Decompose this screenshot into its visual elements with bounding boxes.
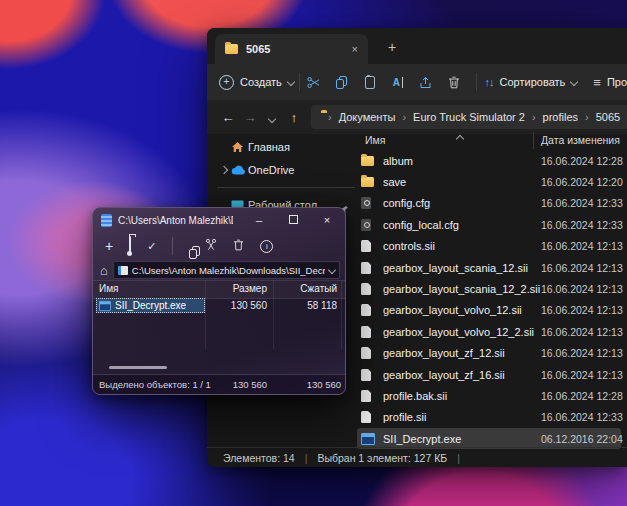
column-header-size[interactable]: Размер (233, 283, 267, 294)
file-icon (361, 411, 371, 423)
file-icon (361, 219, 371, 231)
up-button[interactable]: ↑ (283, 110, 305, 125)
file-row[interactable]: config.cfg 16.06.2024 12:33 (357, 193, 627, 214)
info-button[interactable]: i (260, 240, 273, 253)
file-date: 16.06.2024 12:13 (541, 304, 623, 316)
breadcrumb-separator-icon: › (402, 111, 406, 123)
extract-folder-icon (129, 236, 131, 255)
up-level-icon[interactable]: ⌂ (100, 264, 108, 277)
file-icon (361, 369, 371, 381)
file-name: config.cfg (383, 197, 430, 209)
file-date: 16.06.2024 12:13 (541, 326, 623, 338)
tab-close-icon[interactable]: × (352, 44, 358, 55)
breadcrumb-item[interactable]: Документы (339, 111, 396, 123)
file-icon (361, 177, 374, 187)
copy-button[interactable] (328, 69, 356, 95)
minimize-button[interactable]: – (251, 214, 267, 226)
status-item-count: Элементов: 14 (223, 452, 295, 464)
add-button[interactable]: + (105, 238, 113, 254)
sidebar-item-home[interactable]: Главная (213, 136, 361, 158)
cut-button[interactable] (300, 69, 328, 95)
file-row[interactable]: gearbox_layout_volvo_12_2.sii 16.06.2024… (357, 321, 627, 342)
paste-button[interactable] (356, 69, 384, 95)
sidebar-item-onedrive[interactable]: OneDrive (213, 159, 361, 181)
archive-titlebar: C:\Users\Anton Malezhik\Downloa... – × (93, 208, 345, 232)
history-dropdown-button[interactable] (261, 110, 283, 125)
file-name: SII_Decrypt.exe (383, 433, 461, 445)
test-button[interactable]: ✓ (147, 240, 156, 253)
back-button[interactable]: ← (217, 110, 239, 125)
close-button[interactable]: × (319, 214, 335, 226)
column-header-date[interactable]: Дата изменения (541, 134, 620, 146)
chevron-down-icon (268, 114, 276, 122)
archive-window: C:\Users\Anton Malezhik\Downloa... – × +… (92, 207, 346, 395)
file-row[interactable]: save 16.06.2024 12:20 (357, 171, 627, 192)
chevron-down-icon[interactable] (328, 266, 336, 274)
status-size: 130 560 (233, 379, 267, 390)
new-tab-button[interactable]: + (383, 38, 401, 56)
scissors-icon (205, 239, 218, 251)
archive-address-row: ⌂ C:\Users\Anton Malezhik\Downloads\SII_… (93, 260, 345, 280)
file-row[interactable]: controls.sii 16.06.2024 12:13 (357, 236, 627, 257)
folder-icon (225, 44, 238, 54)
file-row[interactable]: gearbox_layout_scania_12_2.sii 16.06.202… (357, 278, 627, 299)
file-size: 130 560 (231, 300, 267, 311)
extract-button[interactable] (129, 237, 131, 255)
file-row[interactable]: gearbox_layout_scania_12.sii 16.06.2024 … (357, 257, 627, 278)
sidebar-item-label: OneDrive (248, 164, 294, 176)
column-divider[interactable] (533, 132, 534, 149)
archive-file-row[interactable]: SII_Decrypt.exe 130 560 58 118 (93, 298, 345, 314)
file-row[interactable]: config_local.cfg 16.06.2024 12:33 (357, 214, 627, 235)
file-row[interactable]: gearbox_layout_zf_16.sii 16.06.2024 12:1… (357, 364, 627, 385)
column-header-name[interactable]: Имя (99, 283, 118, 294)
file-row[interactable]: album 16.06.2024 12:28 (357, 150, 627, 171)
sort-label: Сортировать (500, 76, 566, 88)
maximize-button[interactable] (285, 214, 301, 226)
list-header: Имя Дата изменения (357, 131, 627, 151)
file-date: 16.06.2024 12:33 (541, 219, 623, 231)
file-row[interactable]: profile.sii 16.06.2024 12:33 (357, 407, 627, 428)
file-row[interactable]: profile.bak.sii 16.06.2024 12:28 (357, 385, 627, 406)
new-item-button[interactable]: + Создать (219, 75, 299, 90)
file-name: album (383, 155, 413, 167)
status-separator: | (457, 452, 460, 464)
sort-ascending-icon (457, 132, 463, 144)
column-header-name[interactable]: Имя (365, 134, 385, 146)
explorer-tab[interactable]: 5065 × (215, 34, 368, 64)
archive-list-header: Имя Размер Сжатый (93, 280, 345, 299)
file-row[interactable]: gearbox_layout_volvo_12.sii 16.06.2024 1… (357, 300, 627, 321)
horizontal-scrollbar-thumb[interactable] (109, 366, 167, 369)
expander-chevron-icon[interactable] (220, 166, 228, 174)
file-date: 16.06.2024 12:33 (541, 197, 623, 209)
share-button[interactable] (412, 69, 440, 95)
archive-list: Имя Размер Сжатый SII_Decrypt.exe 130 56… (93, 280, 345, 375)
breadcrumb-item[interactable]: 5065 (596, 111, 620, 123)
view-button[interactable]: ≡ Про (593, 75, 627, 90)
cut-button[interactable] (205, 237, 217, 255)
file-icon (361, 326, 371, 338)
forward-button[interactable]: → (239, 110, 261, 125)
file-name: gearbox_layout_volvo_12_2.sii (383, 326, 534, 338)
sort-button[interactable]: ↑↓ Сортировать (485, 76, 578, 88)
breadcrumb-item[interactable]: profiles (543, 111, 578, 123)
sidebar-item-label: Главная (248, 141, 290, 153)
breadcrumb-separator-icon: › (328, 111, 332, 123)
explorer-command-bar: + Создать A ↑↓ Сортировать (207, 64, 627, 100)
rename-button[interactable]: A (384, 69, 412, 95)
delete-button[interactable] (233, 237, 244, 255)
file-date: 16.06.2024 12:13 (541, 240, 623, 252)
chevron-down-icon (287, 78, 295, 86)
delete-button[interactable] (440, 69, 468, 95)
breadcrumb[interactable]: ›Документы›Euro Truck Simulator 2›profil… (311, 105, 627, 129)
file-date: 16.06.2024 12:28 (541, 155, 623, 167)
file-name: gearbox_layout_scania_12.sii (383, 262, 528, 274)
breadcrumb-item[interactable]: Euro Truck Simulator 2 (413, 111, 525, 123)
address-field[interactable]: C:\Users\Anton Malezhik\Downloads\SII_De… (113, 261, 340, 279)
file-row[interactable]: gearbox_layout_zf_12.sii 16.06.2024 12:1… (357, 343, 627, 364)
breadcrumb-separator-icon: › (532, 111, 536, 123)
explorer-nav-row: ← → ↑ ›Документы›Euro Truck Simulator 2›… (207, 100, 627, 134)
explorer-status-bar: Элементов: 14 | Выбран 1 элемент: 127 КБ… (207, 447, 627, 467)
file-list: album 16.06.2024 12:28 save 16.06.2024 1… (357, 150, 627, 449)
archive-status-bar: Выделено объектов: 1 / 1 130 560 130 560 (93, 374, 345, 394)
column-header-packed[interactable]: Сжатый (300, 283, 337, 294)
